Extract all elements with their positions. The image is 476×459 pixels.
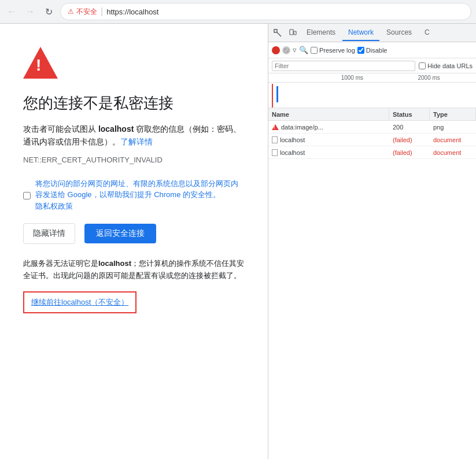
page-content: 您的连接不是私密连接 攻击者可能会试图从 localhost 窃取您的信息（例如… [0, 24, 268, 459]
checkbox-text: 将您访问的部分网页的网址、有限的系统信息以及部分网页内容发送给 Google，以… [35, 179, 238, 199]
td-name-2: localhost [268, 146, 389, 158]
device-icon[interactable] [286, 26, 300, 40]
td-type-0: png [430, 121, 476, 133]
td-status-2: (failed) [389, 146, 430, 158]
hide-data-urls-label[interactable]: Hide data URLs [419, 62, 473, 69]
disable-cache-input[interactable] [357, 47, 364, 54]
page-description: 攻击者可能会试图从 localhost 窃取您的信息（例如：密码、通讯内容或信用… [23, 123, 243, 149]
desc-bold: localhost [98, 124, 134, 134]
devtools-tabs: Elements Network Sources C [268, 24, 476, 42]
table-row[interactable]: data:image/p... 200 png [268, 121, 476, 134]
back-button[interactable]: ← [5, 5, 19, 18]
timeline-area: 1000 ms 2000 ms [268, 73, 476, 108]
doc-row-icon-2 [272, 149, 278, 156]
td-type-1: document [430, 134, 476, 146]
separator: | [101, 6, 103, 17]
th-type[interactable]: Type [430, 108, 476, 120]
svg-line-5 [285, 49, 288, 52]
search-icon[interactable]: 🔍 [299, 46, 308, 54]
timeline-blue-bar [276, 86, 278, 102]
privacy-policy-link[interactable]: 隐私权政策 [35, 202, 73, 210]
record-button[interactable] [272, 46, 280, 54]
inspect-icon[interactable] [271, 26, 285, 40]
nav-bar: ← → ↻ ⚠ 不安全 | https://localhost [0, 0, 476, 23]
main-area: 您的连接不是私密连接 攻击者可能会试图从 localhost 窃取您的信息（例如… [0, 24, 476, 459]
send-data-checkbox[interactable] [23, 180, 31, 212]
tab-more[interactable]: C [419, 25, 436, 41]
timeline-ruler: 1000 ms 2000 ms [268, 73, 476, 83]
security-label: 不安全 [76, 7, 97, 17]
warning-row-icon [272, 124, 279, 130]
th-status[interactable]: Status [389, 108, 430, 120]
filter-icon[interactable]: ▿ [293, 46, 297, 54]
warning-triangle-icon [23, 47, 58, 82]
svg-line-1 [277, 32, 281, 36]
td-name-1: localhost [268, 134, 389, 146]
warning-icon: ⚠ [68, 8, 74, 16]
hide-data-urls-checkbox[interactable] [419, 62, 426, 69]
preserve-log-checkbox[interactable]: Preserve log [311, 47, 355, 54]
button-row: 隐藏详情 返回安全连接 [23, 223, 245, 244]
hide-details-button[interactable]: 隐藏详情 [23, 223, 75, 244]
th-name[interactable]: Name [268, 108, 389, 120]
browser-chrome: ← → ↻ ⚠ 不安全 | https://localhost [0, 0, 476, 24]
td-name-0: data:image/p... [268, 121, 389, 133]
timeline-bars [268, 84, 476, 108]
table-row[interactable]: localhost (failed) document [268, 134, 476, 146]
svg-rect-3 [294, 31, 296, 35]
table-header: Name Status Type [268, 108, 476, 121]
page-title: 您的连接不是私密连接 [23, 93, 245, 113]
svg-rect-0 [274, 29, 277, 32]
tab-sources[interactable]: Sources [381, 25, 418, 41]
devtools-panel: Elements Network Sources C ▿ 🔍 Preserve … [268, 24, 476, 459]
svg-rect-2 [290, 29, 293, 35]
doc-row-icon [272, 136, 278, 143]
back-safe-button[interactable]: 返回安全连接 [84, 224, 156, 243]
row-name-0: data:image/p... [281, 124, 323, 131]
address-bar[interactable]: ⚠ 不安全 | https://localhost [60, 3, 471, 20]
send-data-label: 将您访问的部分网页的网址、有限的系统信息以及部分网页内容发送给 Google，以… [35, 178, 243, 212]
table-row[interactable]: localhost (failed) document [268, 146, 476, 159]
forward-button[interactable]: → [23, 5, 37, 18]
error-code: NET::ERR_CERT_AUTHORITY_INVALID [23, 156, 245, 164]
security-badge: ⚠ 不安全 [68, 7, 97, 17]
learn-more-link[interactable]: 了解详情 [120, 137, 153, 146]
td-status-0: 200 [389, 121, 430, 133]
url-text: https://localhost [106, 8, 158, 16]
desc-text-1: 攻击者可能会试图从 [23, 124, 98, 134]
server-info-text: 此服务器无法证明它是 [23, 259, 98, 268]
td-status-1: (failed) [389, 134, 430, 146]
preserve-log-input[interactable] [311, 47, 318, 54]
tab-elements[interactable]: Elements [301, 25, 341, 41]
reload-button[interactable]: ↻ [42, 5, 56, 18]
preserve-log-label: Preserve log [319, 47, 355, 54]
proceed-link[interactable]: 继续前往localhost（不安全） [23, 291, 136, 313]
disable-cache-checkbox[interactable]: Disable [357, 47, 388, 54]
hide-data-text: Hide data URLs [427, 62, 473, 69]
row-name-2: localhost [280, 149, 305, 156]
network-toolbar: ▿ 🔍 Preserve log Disable [268, 42, 476, 58]
server-host-bold: localhost [98, 259, 131, 268]
network-table: Name Status Type data:image/p... 200 png… [268, 108, 476, 459]
stop-button[interactable] [282, 46, 290, 54]
timeline-marker-1000: 1000 ms [341, 75, 363, 81]
disable-label: Disable [366, 47, 388, 54]
send-data-checkbox-row: 将您访问的部分网页的网址、有限的系统信息以及部分网页内容发送给 Google，以… [23, 178, 243, 212]
filter-bar: Hide data URLs [268, 58, 476, 73]
timeline-marker-2000: 2000 ms [418, 75, 440, 81]
timeline-red-line [272, 84, 273, 108]
tab-network[interactable]: Network [342, 25, 379, 41]
row-name-1: localhost [280, 136, 305, 143]
td-type-2: document [430, 146, 476, 158]
filter-input[interactable] [272, 61, 415, 71]
server-info: 此服务器无法证明它是localhost；您计算机的操作系统不信任其安全证书。出现… [23, 258, 245, 282]
